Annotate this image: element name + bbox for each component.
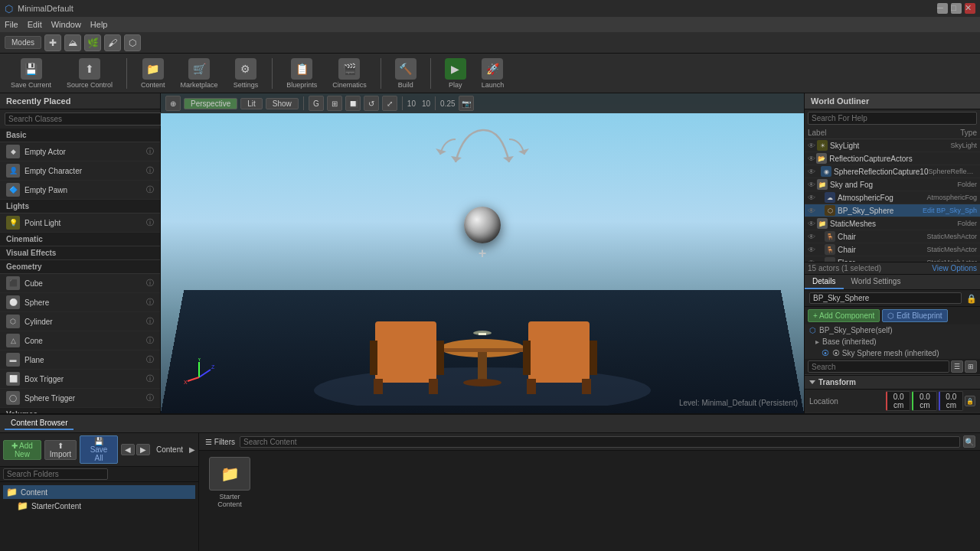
launch-btn[interactable]: 🚀 Launch: [477, 57, 509, 90]
folder-starter-content[interactable]: 📁 StarterContent: [3, 499, 195, 513]
vp-snap-icon[interactable]: 🔲: [345, 96, 361, 111]
component-sky-sphere-mesh[interactable]: ⦿ ⦿ Sky Sphere mesh (inherited): [805, 347, 980, 359]
vp-camera-icon[interactable]: 📷: [459, 96, 474, 111]
vp-show-btn[interactable]: Show: [266, 98, 299, 109]
details-name-input[interactable]: [809, 292, 962, 304]
category-lights[interactable]: Lights: [0, 200, 160, 214]
paint-mode-icon[interactable]: 🖌: [104, 34, 121, 51]
save-current-btn[interactable]: 💾 Save Current: [6, 57, 56, 90]
outliner-row[interactable]: 👁 ☀ SkyLight SkyLight: [805, 139, 980, 152]
outliner-row[interactable]: 👁 📁 StaticMeshes Folder: [805, 217, 980, 230]
location-z[interactable]: 0.0 cm: [939, 391, 963, 411]
outliner-row[interactable]: 👁 ⬡ BP_Sky_Sphere Edit BP_Sky_Sph: [805, 204, 980, 217]
transform-section[interactable]: Transform: [805, 375, 980, 390]
location-x[interactable]: 0.0 cm: [886, 391, 910, 411]
menu-file[interactable]: File: [5, 20, 18, 29]
maximize-btn[interactable]: □: [951, 3, 962, 14]
content-browser-tab[interactable]: Content Browser: [5, 417, 74, 430]
list-item[interactable]: ⚪ Sphere ⓘ: [0, 293, 160, 312]
view-options-btn[interactable]: View Options: [932, 264, 977, 272]
import-btn[interactable]: ⬆ Import: [44, 440, 77, 460]
outliner-row[interactable]: 👁 ▬ Floor StaticMeshActor: [805, 256, 980, 262]
geometry-mode-icon[interactable]: ⬡: [124, 34, 141, 51]
menu-window[interactable]: Window: [51, 20, 81, 29]
outliner-row[interactable]: 👁 🪑 Chair StaticMeshActor: [805, 243, 980, 256]
location-lock-icon[interactable]: 🔒: [965, 396, 975, 406]
outliner-row[interactable]: 👁 ☁ AtmosphericFog AtmosphericFog: [805, 191, 980, 204]
details-grid-view-btn[interactable]: ⊞: [965, 360, 977, 373]
viewport[interactable]: ⊕ Perspective Lit Show G ⊞ 🔲 ↺ ⤢ 10 10 0…: [161, 93, 804, 413]
vp-lit-btn[interactable]: Lit: [240, 98, 263, 109]
component-self[interactable]: ⬡ BP_Sky_Sphere(self): [805, 324, 980, 336]
cone-info[interactable]: ⓘ: [146, 335, 154, 346]
category-volumes[interactable]: Volumes: [0, 408, 160, 413]
list-item[interactable]: ⬛ Cube ⓘ: [0, 274, 160, 293]
empty-actor-info[interactable]: ⓘ: [146, 146, 154, 157]
settings-btn[interactable]: ⚙ Settings: [229, 57, 263, 90]
cb-search-icon[interactable]: 🔍: [963, 435, 975, 448]
outliner-search-input[interactable]: [808, 112, 977, 125]
nav-forward-btn[interactable]: ▶: [136, 444, 150, 455]
cinematics-btn[interactable]: 🎬 Cinematics: [328, 57, 371, 90]
filters-btn[interactable]: ☰ Filters: [204, 438, 237, 446]
category-visual-effects[interactable]: Visual Effects: [0, 246, 160, 260]
category-basic[interactable]: Basic: [0, 129, 160, 142]
list-item[interactable]: ▬ Plane ⓘ: [0, 350, 160, 370]
cube-info[interactable]: ⓘ: [146, 278, 154, 289]
close-btn[interactable]: ✕: [965, 3, 975, 14]
box-trigger-info[interactable]: ⓘ: [146, 373, 154, 384]
blueprints-btn[interactable]: 📋 Blueprints: [282, 57, 322, 90]
search-classes-input[interactable]: [5, 112, 165, 126]
edit-blueprint-btn[interactable]: ⬡ Edit Blueprint: [882, 309, 947, 322]
list-item[interactable]: 💡 Point Light ⓘ: [0, 214, 160, 233]
minimize-btn[interactable]: ─: [937, 3, 948, 14]
point-light-info[interactable]: ⓘ: [146, 217, 154, 228]
vp-transform-icon[interactable]: ⊕: [165, 96, 181, 111]
empty-pawn-info[interactable]: ⓘ: [146, 184, 154, 195]
menu-edit[interactable]: Edit: [28, 20, 42, 29]
outliner-row[interactable]: 👁 📁 Sky and Fog Folder: [805, 178, 980, 191]
vp-grid-icon[interactable]: ⊞: [327, 96, 342, 111]
plane-info[interactable]: ⓘ: [146, 354, 154, 365]
details-list-view-btn[interactable]: ☰: [951, 360, 963, 373]
empty-char-info[interactable]: ⓘ: [146, 165, 154, 176]
details-search-input[interactable]: [808, 360, 949, 373]
cylinder-info[interactable]: ⓘ: [146, 316, 154, 327]
folder-search-input[interactable]: [3, 468, 108, 480]
add-component-btn[interactable]: + Add Component: [808, 309, 880, 322]
add-new-btn[interactable]: ✚ Add New: [3, 440, 41, 460]
content-btn[interactable]: 📁 Content: [136, 57, 170, 90]
component-inherited-base[interactable]: ▸ Base (inherited): [805, 336, 980, 347]
outliner-row[interactable]: 👁 🪑 Chair StaticMeshActor: [805, 230, 980, 243]
outliner-row[interactable]: 👁 ◉ SphereReflectionCapture10 SphereRefl…: [805, 165, 980, 178]
menu-help[interactable]: Help: [90, 20, 108, 29]
content-search-input[interactable]: [240, 436, 960, 448]
save-all-btn[interactable]: 💾 Save All: [80, 435, 118, 464]
list-item[interactable]: 👤 Empty Character ⓘ: [0, 161, 160, 181]
sphere-info[interactable]: ⓘ: [146, 297, 154, 308]
details-tab[interactable]: Details: [805, 275, 844, 289]
vp-realtime-icon[interactable]: G: [309, 96, 324, 111]
list-item[interactable]: ◆ Empty Actor ⓘ: [0, 142, 160, 161]
list-item[interactable]: △ Cone ⓘ: [0, 331, 160, 350]
modes-label[interactable]: Modes: [5, 36, 41, 49]
content-tile-starter[interactable]: 📁 Starter Content: [205, 457, 254, 508]
list-item[interactable]: ⬡ Cylinder ⓘ: [0, 312, 160, 331]
sphere-trigger-info[interactable]: ⓘ: [146, 393, 154, 403]
foliage-mode-icon[interactable]: 🌿: [84, 34, 101, 51]
category-geometry[interactable]: Geometry: [0, 260, 160, 274]
list-item[interactable]: 🔷 Empty Pawn ⓘ: [0, 181, 160, 200]
source-control-btn[interactable]: ⬆ Source Control: [62, 57, 117, 90]
list-item[interactable]: ⬜ Box Trigger ⓘ: [0, 370, 160, 389]
landscape-mode-icon[interactable]: ⛰: [64, 34, 81, 51]
vp-scale-icon[interactable]: ⤢: [382, 96, 397, 111]
play-btn[interactable]: ▶ Play: [440, 57, 471, 90]
vp-perspective-btn[interactable]: Perspective: [184, 98, 237, 109]
nav-back-btn[interactable]: ◀: [121, 444, 135, 455]
outliner-row[interactable]: 👁 📂 ReflectionCaptureActors: [805, 152, 980, 165]
world-settings-tab[interactable]: World Settings: [844, 275, 909, 289]
folder-content[interactable]: 📁 Content: [3, 485, 195, 499]
category-cinematic[interactable]: Cinematic: [0, 233, 160, 246]
vp-rotate-icon[interactable]: ↺: [364, 96, 379, 111]
select-mode-icon[interactable]: ✚: [44, 34, 61, 51]
